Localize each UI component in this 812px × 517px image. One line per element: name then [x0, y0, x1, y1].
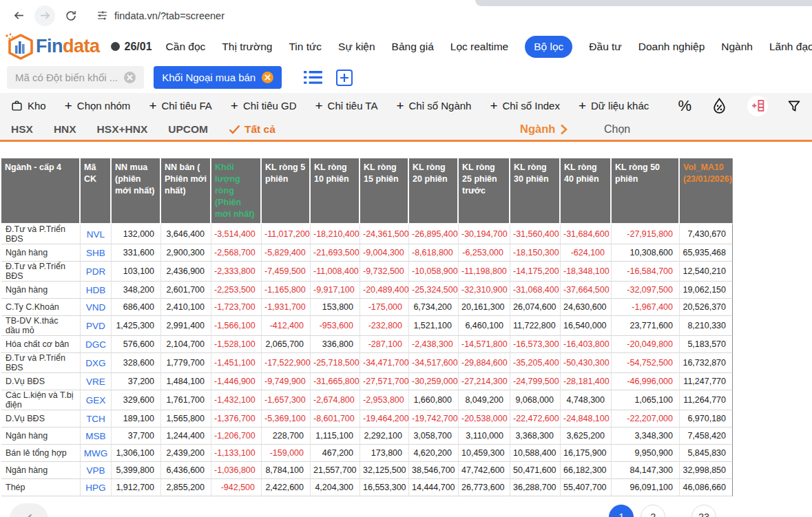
- table-row: Bán lẻ tổng hợpMWG1,306,1002,439,200-1,1…: [1, 445, 733, 462]
- value-cell: 10,308,600: [612, 244, 680, 262]
- table-row: Ngân hàngMSB37,7001,244,400-1,206,700228…: [1, 428, 733, 445]
- table-body: Đ.Tư và P.Triển BĐSNVL132,0003,646,400-3…: [1, 224, 733, 496]
- toolbar-add-button[interactable]: +Chỉ số Ngành: [396, 98, 471, 114]
- percent-button[interactable]: %: [678, 97, 691, 115]
- ticker-link[interactable]: TCH: [81, 410, 112, 428]
- chip-close-icon[interactable]: [262, 72, 273, 83]
- nav-item-link[interactable]: Lãnh đạo: [769, 41, 812, 53]
- kho-button[interactable]: Kho: [11, 100, 46, 112]
- column-header[interactable]: NN bán ( Phiên mới nhất): [161, 158, 211, 224]
- ticker-link[interactable]: VND: [81, 299, 112, 316]
- back-button[interactable]: [8, 6, 29, 26]
- toolbar-add-button[interactable]: +Chỉ tiêu GD: [231, 98, 297, 114]
- ticker-link[interactable]: HDB: [81, 282, 112, 299]
- nav-item-link[interactable]: Sự kiện: [338, 41, 375, 53]
- value-cell: -8,618,800: [409, 244, 459, 262]
- nav-item-active[interactable]: Bộ lọc: [525, 36, 572, 58]
- ticker-link[interactable]: HPG: [81, 479, 112, 496]
- findata-logo[interactable]: Findata: [4, 32, 100, 61]
- toolbar-add-button[interactable]: +Chỉ tiêu TA: [315, 98, 378, 114]
- nganh-label: Ngành: [520, 123, 555, 136]
- prev-page-button[interactable]: [10, 503, 48, 517]
- exchange-tab[interactable]: UPCOM: [168, 123, 208, 136]
- nav-item-link[interactable]: Thị trường: [222, 41, 272, 53]
- percent-drop-button[interactable]: [711, 97, 728, 114]
- value-cell: -8,601,700: [311, 410, 360, 428]
- value-cell: -10,058,900: [409, 262, 459, 282]
- toolbar-add-button[interactable]: +Chọn nhóm: [65, 98, 131, 114]
- exchange-tab[interactable]: HSX: [11, 123, 33, 136]
- nav-item-link[interactable]: Tin tức: [289, 41, 322, 53]
- nav-item-link[interactable]: Đầu tư: [589, 41, 621, 53]
- column-header[interactable]: Mã CK: [81, 158, 112, 224]
- column-header[interactable]: Khối lượng ròng (Phiên mới nhất): [211, 158, 262, 224]
- chon-link[interactable]: Chọn: [604, 123, 630, 136]
- forward-button[interactable]: [34, 6, 55, 26]
- value-cell: -175,000: [360, 299, 409, 316]
- ticker-link[interactable]: MWG: [81, 445, 112, 462]
- table-row: Hóa chất cơ bảnDGC576,6002,104,700-1,528…: [1, 336, 733, 353]
- value-cell: -2,253,500: [211, 282, 262, 299]
- filter-chips-row: Mã có Đột biến khối ...Khối Ngoại mua bá…: [0, 62, 812, 93]
- column-header[interactable]: KL ròng 10 phiên: [311, 158, 360, 224]
- toolbar-add-button[interactable]: +Dữ liệu khác: [579, 98, 649, 114]
- page-button[interactable]: 23: [691, 505, 716, 517]
- value-cell: -11,008,400: [311, 262, 360, 282]
- ticker-link[interactable]: SHB: [81, 244, 112, 262]
- value-cell: -26,895,400: [409, 224, 459, 244]
- ticker-link[interactable]: MSB: [81, 428, 112, 445]
- column-header[interactable]: Vol_MA10 (23/01/2026): [680, 158, 733, 224]
- toolbar-add-button[interactable]: +Chỉ tiêu FA: [149, 98, 211, 114]
- value-cell: 1,425,300: [112, 316, 161, 336]
- all-toggle[interactable]: Tất cả: [229, 123, 275, 136]
- nganh-link[interactable]: Ngành: [520, 123, 568, 136]
- ticker-link[interactable]: GEX: [81, 390, 112, 410]
- filter-funnel-button[interactable]: [787, 99, 801, 113]
- column-header[interactable]: KL ròng 20 phiên: [409, 158, 459, 224]
- ticker-link[interactable]: VRE: [81, 373, 112, 390]
- page-button[interactable]: 1: [609, 505, 634, 517]
- filter-chip[interactable]: Khối Ngoại mua bán: [154, 66, 282, 89]
- column-header[interactable]: KL ròng 25 phiên trước: [459, 158, 510, 224]
- page-button[interactable]: 2: [641, 505, 665, 517]
- add-filter-button[interactable]: [336, 70, 353, 86]
- column-header[interactable]: NN mua (phiên mới nhất): [112, 158, 161, 224]
- ticker-link[interactable]: PDR: [81, 262, 112, 282]
- toolbar-add-button[interactable]: +Chỉ số Index: [490, 98, 560, 114]
- column-header[interactable]: KL ròng 50 phiên: [612, 158, 680, 224]
- nav-item-link[interactable]: Ngành: [721, 41, 753, 53]
- exchange-tab[interactable]: HSX+HNX: [97, 123, 148, 136]
- column-header[interactable]: KL ròng 15 phiên: [360, 158, 409, 224]
- screener-table: Ngành - cấp 4Mã CKNN mua (phiên mới nhất…: [1, 158, 733, 496]
- url-bar[interactable]: findata.vn/?tab=screener: [96, 10, 225, 21]
- column-header[interactable]: KL ròng 5 phiên: [262, 158, 311, 224]
- filter-chip[interactable]: Mã có Đột biến khối ...: [7, 66, 144, 89]
- site-settings-icon[interactable]: [96, 10, 108, 21]
- value-cell: 8,049,200: [459, 390, 510, 410]
- value-cell: -1,566,100: [211, 316, 262, 336]
- ticker-link[interactable]: DXG: [81, 353, 112, 373]
- reload-button[interactable]: [61, 6, 81, 26]
- add-column-button[interactable]: [747, 96, 768, 116]
- nav-item-link[interactable]: Bảng giá: [392, 41, 434, 53]
- ticker-link[interactable]: VPB: [81, 462, 112, 479]
- ticker-link[interactable]: NVL: [81, 224, 112, 244]
- plus-icon: +: [579, 98, 586, 114]
- chip-close-icon[interactable]: [124, 72, 136, 83]
- value-cell: -14,571,800: [459, 336, 510, 353]
- nav-item-link[interactable]: Doanh nghiệp: [638, 41, 705, 53]
- toolbar-add-label: Chỉ số Ngành: [409, 100, 472, 112]
- nav-item-link[interactable]: Lọc realtime: [450, 41, 508, 53]
- ticker-link[interactable]: DGC: [81, 336, 112, 353]
- column-header[interactable]: Ngành - cấp 4: [1, 158, 81, 224]
- nav-item-link[interactable]: Cần đọc: [166, 41, 206, 53]
- column-header[interactable]: KL ròng 40 phiên: [561, 158, 612, 224]
- value-cell: 467,200: [311, 445, 360, 462]
- value-cell: -35,205,400: [510, 353, 561, 373]
- exchange-tab[interactable]: HNX: [54, 123, 76, 136]
- table-row: Đ.Tư và P.Triển BĐSPDR103,1002,436,900-2…: [1, 262, 733, 282]
- ticker-link[interactable]: PVD: [81, 316, 112, 336]
- filter-list-button[interactable]: [304, 70, 322, 85]
- column-header[interactable]: KL ròng 30 phiên: [510, 158, 561, 224]
- value-cell: 2,900,300: [161, 244, 211, 262]
